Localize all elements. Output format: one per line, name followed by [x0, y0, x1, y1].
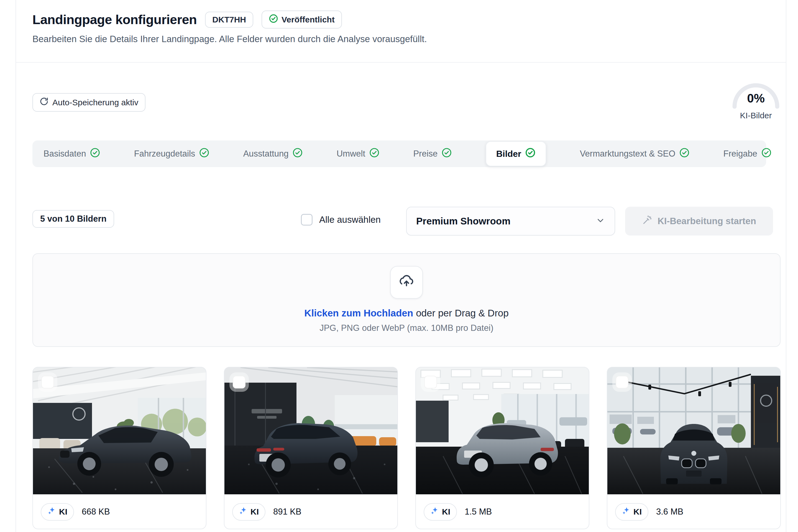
- ki-badge-label: KI: [633, 507, 642, 516]
- ki-badge: KI: [232, 503, 265, 521]
- image-select-checkbox[interactable]: [233, 376, 246, 388]
- ki-badge-label: KI: [442, 507, 450, 516]
- page-subtitle: Bearbeiten Sie die Details Ihrer Landing…: [33, 34, 427, 44]
- style-select-dropdown[interactable]: Premium Showroom: [406, 207, 615, 235]
- sparkles-icon: [48, 507, 56, 517]
- file-size: 891 KB: [273, 507, 302, 517]
- image-select-checkbox[interactable]: [616, 376, 628, 388]
- image-count-badge: 5 von 10 Bildern: [33, 210, 114, 228]
- tab-umwelt[interactable]: Umwelt: [337, 147, 380, 160]
- check-circle-icon: [199, 147, 209, 160]
- tab-basisdaten[interactable]: Basisdaten: [43, 147, 100, 160]
- sparkles-icon: [430, 507, 439, 517]
- check-circle-icon: [292, 147, 303, 160]
- autosave-label: Auto-Speicherung aktiv: [52, 98, 138, 107]
- status-badge-label: Veröffentlicht: [282, 15, 335, 24]
- ai-edit-start-button[interactable]: KI-Bearbeitung starten: [625, 207, 773, 235]
- refresh-icon: [40, 97, 49, 108]
- cloud-upload-icon: [399, 274, 414, 291]
- check-circle-icon: [525, 147, 536, 160]
- sparkles-icon: [239, 507, 248, 517]
- tab-ausstattung[interactable]: Ausstattung: [243, 147, 303, 160]
- image-grid: KI 668 KB: [33, 367, 781, 529]
- select-all: Alle auswählen: [301, 214, 381, 226]
- image-select-checkbox[interactable]: [41, 376, 54, 388]
- image-card: KI 891 KB: [224, 367, 398, 529]
- magic-wand-icon: [642, 215, 652, 227]
- image-select-checkbox[interactable]: [424, 376, 437, 388]
- code-badge: DKT7HH: [205, 12, 253, 28]
- gauge-label: KI-Bilder: [731, 111, 781, 120]
- upload-link[interactable]: Klicken zum Hochladen: [304, 307, 413, 318]
- page-title: Landingpage konfigurieren: [33, 12, 197, 27]
- image-card-footer: KI 891 KB: [225, 494, 397, 529]
- upload-rest-text: oder per Drag & Drop: [416, 307, 509, 318]
- image-card-footer: KI 668 KB: [33, 494, 206, 529]
- ki-badge-label: KI: [250, 507, 259, 516]
- ki-badge: KI: [424, 503, 457, 521]
- check-circle-icon: [441, 147, 452, 160]
- file-size: 668 KB: [82, 507, 110, 517]
- check-circle-icon: [761, 147, 772, 160]
- car-image-rear-left[interactable]: [225, 367, 397, 494]
- upload-hint: JPG, PNG oder WebP (max. 10MB pro Datei): [320, 323, 493, 333]
- code-badge-label: DKT7HH: [212, 15, 246, 24]
- header: Landingpage konfigurieren DKT7HH Veröffe…: [33, 11, 342, 28]
- file-size: 1.5 MB: [465, 507, 492, 517]
- check-circle-icon: [369, 147, 380, 160]
- select-all-checkbox[interactable]: [301, 214, 312, 226]
- chevron-down-icon: [596, 216, 605, 226]
- check-circle-icon: [269, 14, 278, 25]
- car-image-front[interactable]: [607, 367, 780, 494]
- upload-dropzone[interactable]: Klicken zum Hochladenoder per Drag & Dro…: [33, 253, 781, 347]
- image-card: KI 1.5 MB: [415, 367, 589, 529]
- tabstrip: Basisdaten Fahrzeugdetails Ausstattung U…: [33, 140, 783, 167]
- tab-freigabe[interactable]: Freigabe: [723, 147, 772, 160]
- gauge-value: 0%: [731, 92, 781, 105]
- check-circle-icon: [679, 147, 690, 160]
- style-select-value: Premium Showroom: [416, 215, 510, 227]
- image-card: KI 3.6 MB: [607, 367, 781, 529]
- image-card: KI 668 KB: [33, 367, 206, 529]
- upload-icon-button[interactable]: [390, 266, 423, 299]
- tabbar: Basisdaten Fahrzeugdetails Ausstattung U…: [33, 140, 766, 167]
- tab-vermarktungstext-seo[interactable]: Vermarktungstext & SEO: [580, 147, 690, 160]
- header-divider: [16, 62, 786, 63]
- ki-bilder-gauge: 0% KI-Bilder: [731, 81, 781, 120]
- tab-preise[interactable]: Preise: [413, 147, 452, 160]
- tab-bilder[interactable]: Bilder: [486, 141, 546, 166]
- autosave-badge: Auto-Speicherung aktiv: [33, 93, 146, 112]
- ki-badge-label: KI: [59, 507, 67, 516]
- image-card-footer: KI 3.6 MB: [607, 494, 780, 529]
- ki-badge: KI: [615, 503, 648, 521]
- sparkles-icon: [622, 507, 631, 517]
- select-all-label: Alle auswählen: [319, 214, 381, 225]
- file-size: 3.6 MB: [656, 507, 683, 517]
- ai-edit-start-label: KI-Bearbeitung starten: [658, 216, 756, 226]
- check-circle-icon: [90, 147, 100, 160]
- car-image-front-left[interactable]: [33, 367, 206, 494]
- tab-fahrzeugdetails[interactable]: Fahrzeugdetails: [134, 147, 210, 160]
- car-image-rear-right[interactable]: [416, 367, 589, 494]
- status-badge: Veröffentlicht: [262, 11, 342, 28]
- image-card-footer: KI 1.5 MB: [416, 494, 589, 529]
- ki-badge: KI: [41, 503, 74, 521]
